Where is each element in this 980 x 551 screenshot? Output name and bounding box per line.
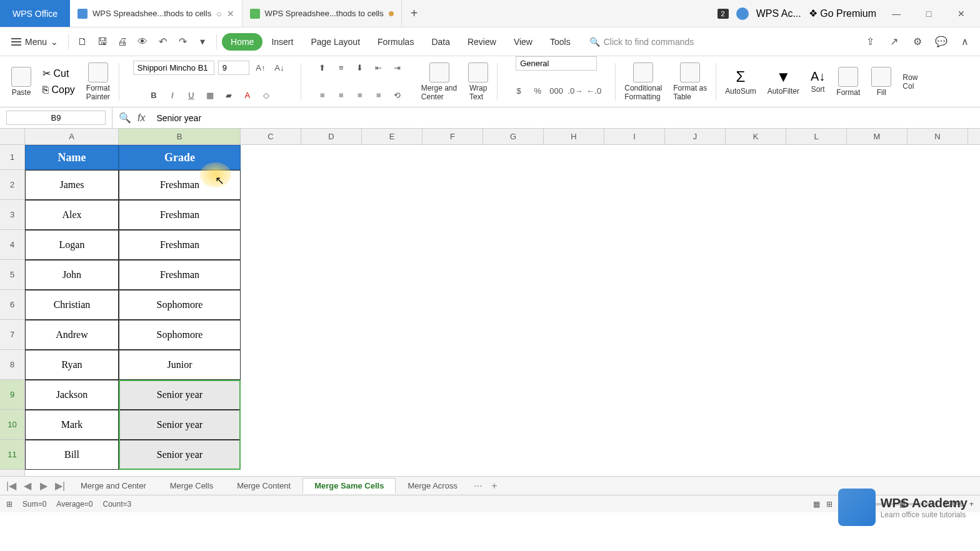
autofilter-button[interactable]: ▼ AutoFilter <box>762 56 804 107</box>
fill-color-button[interactable]: ▰ <box>221 88 236 102</box>
number-format-select[interactable] <box>516 56 597 71</box>
align-bottom-icon[interactable]: ⬇ <box>352 61 368 75</box>
menu-tab-review[interactable]: Review <box>459 33 505 51</box>
new-tab-button[interactable]: + <box>402 6 427 21</box>
merge-center-button[interactable]: Merge and Center <box>416 56 462 107</box>
column-header-L[interactable]: L <box>786 129 847 144</box>
formula-input[interactable]: Senior year <box>151 111 276 125</box>
first-sheet-icon[interactable]: |◀ <box>4 480 19 492</box>
font-select[interactable] <box>133 61 214 75</box>
cell-B10[interactable]: Senior year <box>119 410 241 440</box>
align-center-icon[interactable]: ≡ <box>334 88 349 102</box>
cell-B11[interactable]: Senior year <box>119 440 241 470</box>
borders-button[interactable]: ▦ <box>202 88 218 102</box>
user-name[interactable]: WPS Ac... <box>756 8 801 19</box>
column-header-C[interactable]: C <box>241 129 301 144</box>
paste-group[interactable]: Paste <box>6 56 36 107</box>
underline-button[interactable]: U <box>184 88 199 102</box>
print-icon[interactable]: 🖨 <box>114 33 131 51</box>
cut-button[interactable]: ✂ Cut <box>42 67 69 79</box>
format-button[interactable]: Format <box>831 56 865 107</box>
column-header-B[interactable]: B <box>119 129 241 144</box>
redo-icon[interactable]: ↷ <box>174 33 191 51</box>
column-header-F[interactable]: F <box>422 129 483 144</box>
last-sheet-icon[interactable]: ▶| <box>52 480 68 492</box>
indent-increase-icon[interactable]: ⇥ <box>390 61 405 75</box>
row-col-button[interactable]: Row Col <box>898 56 922 107</box>
fx-icon[interactable]: fx <box>138 112 145 124</box>
cell-B6[interactable]: Sophomore <box>119 290 241 320</box>
user-avatar-icon[interactable] <box>736 7 749 20</box>
cell-B5[interactable]: Freshman <box>119 260 241 290</box>
column-header-K[interactable]: K <box>726 129 786 144</box>
row-header-7[interactable]: 7 <box>0 320 24 350</box>
name-box-input[interactable] <box>6 111 106 125</box>
conditional-formatting-button[interactable]: Conditional Formatting <box>619 56 667 107</box>
cell-B8[interactable]: Junior <box>119 350 241 380</box>
more-sheets-icon[interactable]: ··· <box>471 480 486 492</box>
menu-tab-insert[interactable]: Insert <box>262 33 302 51</box>
sheet-tab-merge-cells[interactable]: Merge Cells <box>158 478 225 494</box>
save-icon[interactable]: 🖫 <box>94 33 111 51</box>
minimize-icon[interactable]: — <box>884 9 909 19</box>
view-page-icon[interactable]: ⊞ <box>826 500 832 509</box>
notification-badge[interactable]: 2 <box>718 9 729 19</box>
cell-A10[interactable]: Mark <box>25 410 119 440</box>
cell-A9[interactable]: Jackson <box>25 380 119 410</box>
export-icon[interactable]: ↗ <box>885 33 902 51</box>
close-icon[interactable]: ○ <box>216 9 221 19</box>
row-header-12[interactable]: 12 <box>0 470 24 476</box>
row-header-4[interactable]: 4 <box>0 230 24 260</box>
row-header-9[interactable]: 9 <box>0 380 24 410</box>
cell-A1[interactable]: Name <box>25 145 119 170</box>
column-header-H[interactable]: H <box>544 129 604 144</box>
new-file-icon[interactable]: 🗋 <box>74 33 91 51</box>
undo-icon[interactable]: ↶ <box>154 33 171 51</box>
increase-font-icon[interactable]: A↑ <box>253 61 268 75</box>
cell-A8[interactable]: Ryan <box>25 350 119 380</box>
prev-sheet-icon[interactable]: ◀ <box>20 480 35 492</box>
add-sheet-icon[interactable]: + <box>487 480 502 492</box>
row-header-11[interactable]: 11 <box>0 440 24 470</box>
increase-decimal-icon[interactable]: .0→ <box>568 84 582 97</box>
column-header-M[interactable]: M <box>847 129 908 144</box>
search-commands[interactable]: 🔍 Click to find commands <box>589 37 694 47</box>
settings-icon[interactable]: ⚙ <box>909 33 926 51</box>
dropdown-icon[interactable]: ▾ <box>194 33 211 51</box>
font-color-button[interactable]: A <box>240 88 255 102</box>
menu-tab-page-layout[interactable]: Page Layout <box>302 33 369 51</box>
sheet-tab-merge-across[interactable]: Merge Across <box>396 478 469 494</box>
autosum-button[interactable]: Σ AutoSum <box>720 56 761 107</box>
menu-tab-tools[interactable]: Tools <box>541 33 579 51</box>
spreadsheet-grid[interactable]: ABCDEFGHIJKLMN 123456789101112 NameGrade… <box>0 129 980 476</box>
decrease-decimal-icon[interactable]: ←.0 <box>586 84 601 97</box>
decrease-font-icon[interactable]: A↓ <box>272 61 287 75</box>
font-size-select[interactable] <box>218 61 249 75</box>
select-all-corner[interactable] <box>0 129 25 145</box>
bold-button[interactable]: B <box>146 88 161 102</box>
cell-B1[interactable]: Grade <box>119 145 241 170</box>
format-as-table-button[interactable]: Format as Table <box>668 56 712 107</box>
indent-decrease-icon[interactable]: ⇤ <box>371 61 386 75</box>
sheet-tab-merge-and-center[interactable]: Merge and Center <box>69 478 158 494</box>
column-header-E[interactable]: E <box>362 129 422 144</box>
cell-A5[interactable]: John <box>25 260 119 290</box>
cell-B9[interactable]: Senior year <box>119 380 241 410</box>
column-header-J[interactable]: J <box>665 129 726 144</box>
cell-B2[interactable]: Freshman <box>119 170 241 200</box>
row-header-5[interactable]: 5 <box>0 260 24 290</box>
menu-button[interactable]: Menu ⌄ <box>6 37 63 47</box>
currency-icon[interactable]: $ <box>511 84 526 97</box>
cell-B7[interactable]: Sophomore <box>119 320 241 350</box>
row-header-2[interactable]: 2 <box>0 170 24 200</box>
column-header-G[interactable]: G <box>483 129 544 144</box>
close-icon[interactable]: ✕ <box>949 9 974 19</box>
maximize-icon[interactable]: □ <box>916 9 941 19</box>
row-header-6[interactable]: 6 <box>0 290 24 320</box>
print-preview-icon[interactable]: 👁 <box>134 33 151 51</box>
format-painter-button[interactable]: Format Painter <box>81 56 115 107</box>
row-header-3[interactable]: 3 <box>0 200 24 230</box>
sort-button[interactable]: A↓ Sort <box>806 56 830 107</box>
chat-icon[interactable]: 💬 <box>932 33 950 51</box>
sheet-tab-merge-content[interactable]: Merge Content <box>225 478 302 494</box>
